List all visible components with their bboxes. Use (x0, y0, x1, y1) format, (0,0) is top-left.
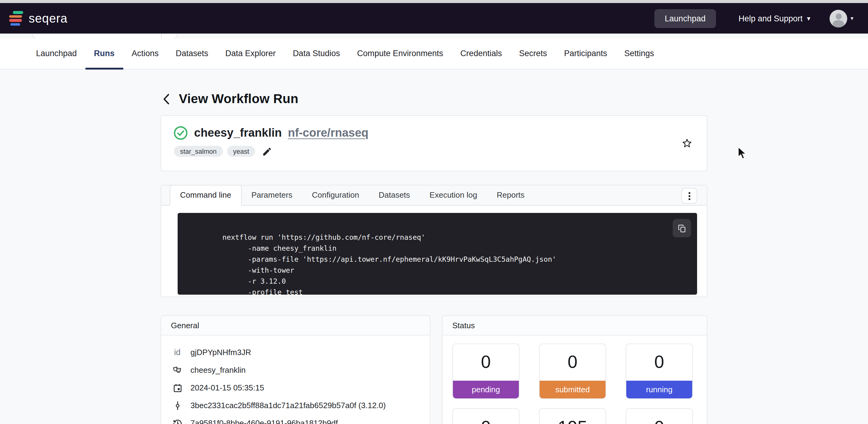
seqera-logo[interactable]: seqera (9, 10, 67, 26)
launchpad-button[interactable]: Launchpad (654, 9, 716, 28)
run-overview-card: cheesy_franklin nf-core/rnaseq star_salm… (160, 115, 708, 171)
tab-participants[interactable]: Participants (555, 38, 616, 70)
edit-labels-button[interactable] (262, 146, 272, 157)
general-row-commit: 3bec2331cac2b5ff88a1dc71a21fab6529b57a0f… (172, 396, 420, 414)
success-check-icon (173, 126, 188, 140)
run-date-value: 2024-01-15 05:35:15 (190, 383, 264, 392)
chevron-down-icon: ▾ (807, 15, 810, 22)
tab-parameters[interactable]: Parameters (242, 186, 302, 205)
tab-launchpad[interactable]: Launchpad (28, 38, 86, 70)
help-and-support-label: Help and Support (739, 14, 803, 23)
general-rows: id gjDPYpNHfm3JR (161, 335, 430, 424)
tab-configuration[interactable]: Configuration (302, 186, 369, 205)
general-card-header: General (161, 316, 430, 335)
search-input-divider (161, 34, 162, 38)
run-label-pill: yeast (227, 146, 255, 157)
general-row-id: id gjDPYpNHfm3JR (172, 344, 420, 361)
avatar (830, 9, 847, 27)
status-card-header: Status (442, 316, 707, 335)
tab-runs[interactable]: Runs (86, 38, 123, 70)
tab-data-explorer[interactable]: Data Explorer (217, 38, 284, 70)
status-card: Status 0 pending 0 submitted 0 running 0… (442, 316, 708, 424)
copy-command-button[interactable] (673, 219, 691, 237)
pending-badge: pending (453, 380, 519, 398)
star-run-button[interactable] (682, 138, 692, 148)
status-row-2: 0 195 0 (442, 399, 707, 424)
tab-secrets[interactable]: Secrets (510, 38, 556, 70)
running-count: 0 (626, 344, 692, 380)
user-menu[interactable]: ▾ (830, 9, 854, 27)
tab-datasets-detail[interactable]: Datasets (369, 186, 420, 205)
top-navbar: seqera Launchpad Help and Support ▾ ▾ (0, 3, 868, 34)
calendar-icon (172, 383, 183, 393)
general-row-session: 7a9581f0-8bbe-460e-9191-96ba1812b9df (172, 414, 420, 424)
status-row-1: 0 pending 0 submitted 0 running (442, 335, 707, 399)
tab-compute-environments[interactable]: Compute Environments (348, 38, 452, 70)
pencil-icon (262, 146, 272, 157)
run-detail-tabs-card: Command line Parameters Configuration Da… (160, 185, 708, 297)
tab-command-line[interactable]: Command line (170, 185, 242, 205)
star-icon (682, 138, 692, 148)
run-title-row: cheesy_franklin nf-core/rnaseq (173, 126, 695, 140)
command-line-code-block: nextflow run 'https://github.com/nf-core… (178, 213, 697, 295)
stat-card: 0 (452, 408, 520, 424)
stat-count: 0 (626, 409, 692, 424)
general-title: General (171, 321, 199, 330)
id-label: id (172, 348, 183, 357)
tab-reports[interactable]: Reports (487, 186, 534, 205)
general-card: General id gjDPYpNHfm3JR (160, 316, 430, 424)
window-top-edge (0, 0, 868, 3)
nextflow-command: nextflow run 'https://github.com/nf-core… (189, 233, 556, 295)
run-name: cheesy_franklin (194, 126, 282, 140)
general-row-date: 2024-01-15 05:35:15 (172, 379, 420, 396)
pipeline-repo-link[interactable]: nf-core/rnaseq (288, 126, 368, 140)
tab-actions[interactable]: Actions (123, 38, 167, 70)
history-icon (172, 418, 183, 424)
pending-count: 0 (453, 344, 519, 380)
run-options-button[interactable] (681, 188, 697, 204)
run-name-value: cheesy_franklin (190, 365, 246, 374)
tab-credentials[interactable]: Credentials (452, 38, 510, 70)
stat-card: 0 (626, 408, 693, 424)
commit-value: 3bec2331cac2b5ff88a1dc71a21fab6529b57a0f… (190, 401, 386, 410)
stat-card-pending: 0 pending (452, 344, 520, 399)
run-labels-row: star_salmon yeast (174, 146, 695, 157)
running-badge: running (626, 380, 692, 398)
chevron-down-icon: ▾ (850, 15, 854, 21)
stat-count: 195 (539, 409, 606, 424)
submitted-badge: submitted (539, 380, 606, 398)
kebab-icon (688, 192, 690, 194)
chevron-left-icon (163, 93, 170, 105)
seqera-logo-icon (9, 10, 23, 26)
stat-card-submitted: 0 submitted (539, 344, 606, 399)
commit-icon (172, 400, 183, 410)
tab-execution-log[interactable]: Execution log (420, 186, 487, 205)
help-and-support-menu[interactable]: Help and Support ▾ (739, 14, 810, 23)
run-detail-tabbar: Command line Parameters Configuration Da… (161, 186, 707, 205)
stat-card: 195 (539, 408, 606, 424)
status-title: Status (452, 321, 475, 330)
submitted-count: 0 (539, 344, 606, 380)
general-row-run-name: cheesy_franklin (172, 361, 420, 379)
command-line-panel: nextflow run 'https://github.com/nf-core… (161, 205, 707, 295)
tab-settings[interactable]: Settings (616, 38, 662, 70)
run-label-pill: star_salmon (174, 146, 223, 157)
session-id-value: 7a9581f0-8bbe-460e-9191-96ba1812b9df (190, 419, 338, 424)
app-root: seqera Launchpad Help and Support ▾ ▾ La… (0, 0, 868, 424)
copy-icon (677, 224, 686, 233)
navbar-right: Launchpad Help and Support ▾ ▾ (654, 9, 854, 28)
page-title-row: View Workflow Run (163, 92, 299, 106)
tab-datasets[interactable]: Datasets (167, 38, 217, 70)
stat-count: 0 (453, 409, 519, 424)
tab-data-studios[interactable]: Data Studios (284, 38, 348, 70)
workspace-tabbar: Launchpad Runs Actions Datasets Data Exp… (0, 38, 868, 70)
stat-card-running: 0 running (626, 344, 693, 399)
run-id-value: gjDPYpNHfm3JR (190, 348, 251, 357)
back-button[interactable] (163, 92, 172, 105)
masks-icon (172, 365, 183, 375)
page-title: View Workflow Run (179, 92, 299, 106)
brand-name: seqera (29, 11, 67, 25)
